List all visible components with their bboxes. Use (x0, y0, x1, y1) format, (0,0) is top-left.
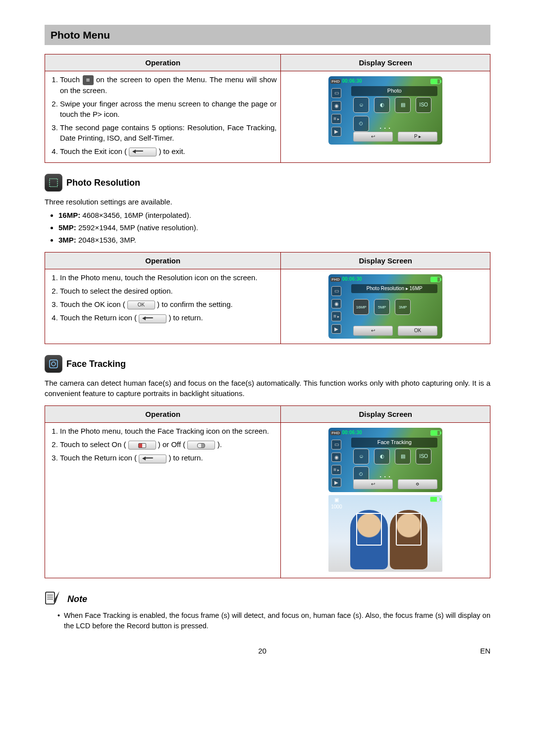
face-track-intro: The camera can detect human face(s) and … (45, 378, 490, 399)
off-switch-icon (187, 441, 215, 450)
pm-screen-title: Photo (351, 86, 437, 96)
fhd-badge: FHD (330, 79, 340, 84)
pm-s4b: ) to exit. (159, 147, 185, 155)
note-heading-row: Note (45, 589, 490, 609)
col-display-3: Display Screen (281, 406, 490, 423)
side-icon-strip-3: ▭ ◉ ≡ ▶ (331, 440, 341, 487)
fhd-badge-3: FHD (330, 431, 340, 435)
return-button-2: ↩ (353, 326, 393, 336)
col-operation-3: Operation (45, 406, 281, 423)
photo-resolution-heading: Photo Resolution (66, 177, 140, 189)
pr-step-3: Touch the OK icon ( OK ) to confirm the … (60, 299, 276, 309)
pr-step-4: Touch the Return icon ( ) to return. (60, 312, 276, 323)
page-footer: 20 EN (45, 646, 490, 656)
pm-step-3: The second page contains 5 options: Reso… (60, 122, 276, 143)
timer-option: ⏲ (353, 116, 369, 132)
ft-step-1: In the Photo menu, touch the Face Tracki… (60, 426, 276, 436)
photo-resolution-heading-row: Photo Resolution (45, 174, 490, 192)
menu-side-icon-3: ≡ (331, 465, 341, 475)
face-tracking-heading-row: Face Tracking (45, 355, 490, 373)
res-16mp-val: 4608×3456, 16MP (interpolated). (80, 211, 191, 219)
pr-s3b: ) to confirm the setting. (157, 300, 233, 308)
photo-res-intro: Three resolution settings are available. (45, 197, 490, 207)
playback-icon-3: ▶ (331, 478, 341, 488)
col-display: Display Screen (281, 54, 490, 71)
col-display-2: Display Screen (281, 252, 490, 269)
ft-screen-title: Face Tracking (351, 438, 437, 447)
photo-menu-screenshot-cell: FHD 00:06:30 Photo ▭ ◉ ≡ ▶ ☺ ◐ ▤ ISO (281, 71, 490, 163)
return-button: ↩ (353, 132, 393, 142)
res-16mp-label: 16MP: (58, 211, 80, 219)
res-3mp: 3MP: 2048×1536, 3MP. (58, 235, 490, 245)
note-icon (45, 589, 62, 609)
face-tracking-icon (45, 355, 62, 373)
shot-count: 1000 (331, 504, 342, 510)
playback-icon: ▶ (331, 127, 341, 137)
photo-res-screenshot: FHD 00:06:30 Photo Resolution ▸ 16MP ▭ ◉… (328, 274, 442, 339)
resolution-list: 16MP: 4608×3456, 16MP (interpolated). 5M… (45, 210, 490, 245)
photo-res-table: Operation Display Screen In the Photo me… (45, 252, 490, 344)
face-option: ◐ (374, 97, 390, 113)
menu-side-icon: ≡ (331, 114, 341, 124)
ft-smile: ☺ (353, 449, 369, 464)
smile-option: ☺ (353, 97, 369, 113)
return-icon-2 (139, 454, 166, 463)
resolution-icon (45, 174, 62, 192)
battery-icon-3 (430, 430, 440, 436)
col-operation-2: Operation (45, 252, 281, 269)
page-dots: • • • (380, 125, 391, 131)
pr-s4b: ) to return. (168, 313, 203, 322)
ft-step-3: Touch the Return icon ( ) to return. (60, 453, 276, 463)
face-tracking-heading: Face Tracking (66, 358, 126, 370)
pr-step-2: Touch to select the desired option. (60, 286, 276, 296)
pr-s4a: Touch the Return icon ( (60, 313, 139, 322)
opt-16mp: 16MP (353, 299, 369, 315)
iso-option: ISO (416, 97, 431, 113)
return-button-3: ↩ (353, 479, 393, 489)
opt-3mp: 3MP (395, 299, 411, 315)
pm-s1a: Touch (60, 75, 83, 84)
ft-time: 00:06:30 (342, 430, 362, 435)
res-5mp-label: 5MP: (58, 223, 76, 232)
face-track-operations: In the Photo menu, touch the Face Tracki… (45, 423, 281, 578)
opt-5mp: 5MP (374, 299, 390, 315)
face-track-sample: ▣ 1000 (328, 495, 442, 572)
side-icon-strip: ▭ ◉ ≡ ▶ (331, 88, 341, 140)
ft-date: ▤ (395, 449, 411, 464)
pm-step-1: Touch ≡ on the screen to open the Menu. … (60, 74, 276, 96)
camera-mode-icon: ◉ (331, 101, 341, 111)
fhd-badge-2: FHD (330, 277, 340, 282)
pm-step-4: Touch the Exit icon ( ) to exit. (60, 146, 276, 156)
photo-menu-operations: Touch ≡ on the screen to open the Menu. … (45, 71, 281, 163)
res-5mp-val: 2592×1944, 5MP (native resolution). (76, 223, 198, 232)
pr-step-1: In the Photo menu, touch the Resolution … (60, 272, 276, 283)
ft-s2b: ) or Off ( (158, 440, 188, 449)
focus-frame-2 (396, 513, 422, 546)
page-lang: EN (480, 646, 490, 656)
svg-rect-0 (50, 179, 57, 187)
pr-screen-title: Photo Resolution ▸ 16MP (351, 284, 437, 293)
res-5mp: 5MP: 2592×1944, 5MP (native resolution). (58, 222, 490, 233)
pr-time: 00:06:30 (342, 276, 362, 282)
ft-s3b: ) to return. (168, 454, 203, 462)
exit-icon (129, 148, 157, 156)
camera-small-icon: ▣ (334, 497, 339, 504)
return-icon (139, 314, 166, 323)
pm-time: 00:06:30 (342, 78, 362, 84)
ft-s3a: Touch the Return icon ( (60, 454, 139, 462)
svg-point-2 (52, 362, 55, 366)
photo-res-screenshot-cell: FHD 00:06:30 Photo Resolution ▸ 16MP ▭ ◉… (281, 269, 490, 344)
camera-mode-icon-3: ◉ (331, 453, 341, 462)
pr-s3a: Touch the OK icon ( (60, 300, 127, 308)
page-number: 20 (45, 646, 480, 656)
menu-icon: ≡ (83, 75, 94, 85)
photo-res-operations: In the Photo menu, touch the Resolution … (45, 269, 281, 344)
menu-side-icon-2: ≡ (331, 311, 341, 321)
page-next-button: P ▸ (398, 132, 437, 142)
note-text: When Face Tracking is enabled, the focus… (64, 610, 490, 631)
camera-mode-icon-2: ◉ (331, 299, 341, 309)
ok-icon: OK (127, 301, 155, 309)
note-text-row: • When Face Tracking is enabled, the foc… (52, 610, 490, 631)
focus-frame-1 (356, 513, 382, 546)
res-16mp: 16MP: 4608×3456, 16MP (interpolated). (58, 210, 490, 220)
